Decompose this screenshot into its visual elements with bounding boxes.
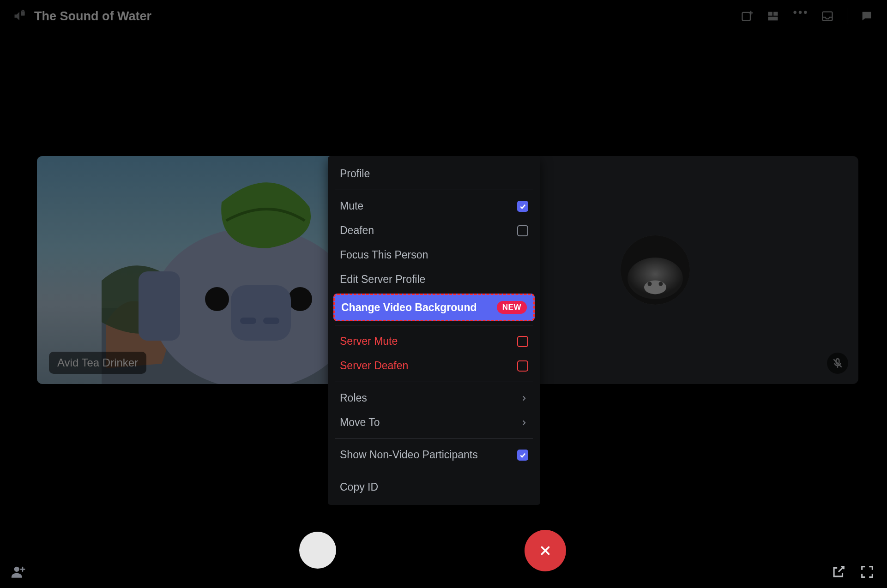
- chevron-right-icon: [520, 394, 528, 402]
- svg-point-21: [648, 282, 652, 286]
- menu-label: Move To: [340, 416, 380, 429]
- start-event-icon[interactable]: [741, 10, 754, 23]
- menu-label: Mute: [340, 200, 363, 212]
- menu-label: Change Video Background: [341, 301, 477, 314]
- chevron-right-icon: [520, 419, 528, 427]
- checkbox-unchecked-icon[interactable]: [517, 360, 528, 372]
- participant-name-chip: Avid Tea Drinker: [49, 352, 146, 374]
- svg-point-8: [804, 11, 807, 14]
- svg-rect-4: [773, 12, 778, 16]
- checkbox-unchecked-icon[interactable]: [517, 336, 528, 347]
- svg-point-27: [14, 567, 19, 572]
- call-control-button[interactable]: [299, 532, 336, 569]
- menu-show-nonvideo[interactable]: Show Non-Video Participants: [333, 443, 535, 467]
- menu-mute[interactable]: Mute: [333, 194, 535, 218]
- context-menu: Profile Mute Deafen Focus This Person Ed…: [328, 156, 540, 505]
- menu-label: Deafen: [340, 224, 374, 237]
- menu-separator: [335, 325, 533, 325]
- fullscreen-icon[interactable]: [859, 564, 875, 580]
- svg-rect-12: [139, 271, 180, 341]
- menu-change-video-background[interactable]: Change Video Background NEW: [333, 294, 535, 321]
- menu-separator: [335, 190, 533, 190]
- checkbox-checked-icon[interactable]: [517, 201, 528, 212]
- menu-label: Server Mute: [340, 335, 398, 348]
- svg-point-20: [644, 281, 666, 294]
- chat-icon[interactable]: [860, 10, 873, 23]
- avatar: [621, 235, 690, 305]
- menu-separator: [335, 438, 533, 439]
- svg-rect-17: [263, 318, 279, 324]
- svg-rect-2: [742, 12, 751, 21]
- menu-label: Edit Server Profile: [340, 273, 425, 286]
- menu-copy-id[interactable]: Copy ID: [333, 475, 535, 499]
- svg-point-6: [793, 11, 796, 14]
- muted-icon: [827, 353, 848, 374]
- menu-focus-person[interactable]: Focus This Person: [333, 243, 535, 267]
- menu-edit-server-profile[interactable]: Edit Server Profile: [333, 267, 535, 292]
- header: The Sound of Water: [0, 0, 887, 32]
- svg-rect-3: [768, 12, 772, 16]
- grid-view-icon[interactable]: [766, 10, 779, 23]
- menu-server-deafen[interactable]: Server Deafen: [333, 354, 535, 378]
- new-badge: NEW: [497, 301, 527, 314]
- menu-separator: [335, 471, 533, 471]
- speaker-locked-icon: [13, 10, 26, 23]
- checkbox-checked-icon[interactable]: [517, 450, 528, 461]
- popout-icon[interactable]: [831, 564, 846, 580]
- menu-label: Copy ID: [340, 481, 378, 493]
- header-divider: [847, 8, 847, 24]
- more-icon[interactable]: [792, 10, 808, 23]
- menu-roles[interactable]: Roles: [333, 386, 535, 410]
- menu-separator: [335, 382, 533, 382]
- hangup-button[interactable]: [525, 530, 566, 571]
- svg-point-7: [799, 11, 802, 14]
- channel-title: The Sound of Water: [34, 9, 151, 24]
- svg-rect-15: [231, 285, 291, 341]
- menu-server-mute[interactable]: Server Mute: [333, 329, 535, 354]
- checkbox-unchecked-icon[interactable]: [517, 225, 528, 236]
- svg-point-14: [288, 287, 312, 311]
- svg-point-13: [205, 287, 229, 311]
- menu-label: Server Deafen: [340, 360, 408, 372]
- invite-button[interactable]: [10, 564, 26, 580]
- menu-profile[interactable]: Profile: [333, 162, 535, 186]
- svg-rect-5: [768, 17, 778, 20]
- menu-label: Focus This Person: [340, 249, 428, 261]
- svg-rect-16: [240, 318, 256, 324]
- menu-label: Roles: [340, 392, 367, 404]
- menu-move-to[interactable]: Move To: [333, 410, 535, 435]
- menu-label: Profile: [340, 168, 370, 180]
- inbox-icon[interactable]: [821, 10, 834, 23]
- menu-label: Show Non-Video Participants: [340, 449, 478, 461]
- svg-point-22: [659, 282, 663, 286]
- menu-deafen[interactable]: Deafen: [333, 218, 535, 243]
